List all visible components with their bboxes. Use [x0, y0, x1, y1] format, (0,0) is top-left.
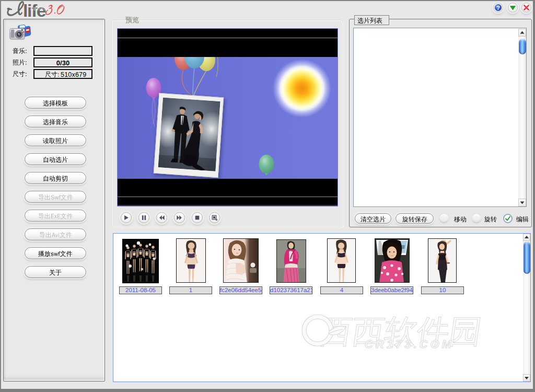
- svg-text:?: ?: [496, 5, 500, 11]
